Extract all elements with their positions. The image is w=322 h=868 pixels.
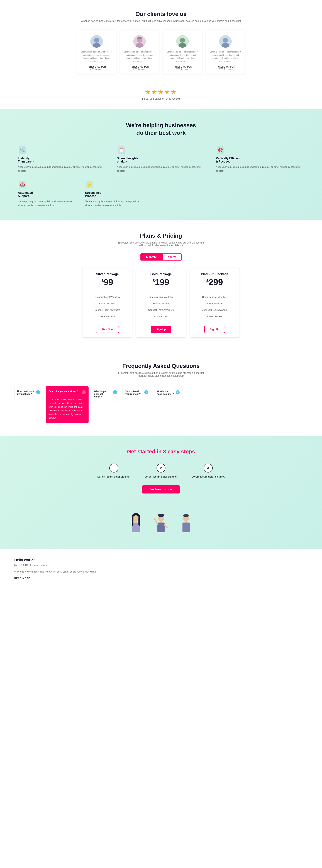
- figure-male-right: [179, 513, 193, 536]
- step-circle-1: 1: [109, 464, 118, 472]
- svg-point-27: [183, 514, 189, 517]
- faq-section: Frequently Asked Questions Excepteur sin…: [0, 350, 322, 436]
- pricing-card-silver: Silver Package $99 Organisational Workfl…: [82, 268, 132, 338]
- platinum-feature-4: Instant Access: [193, 313, 236, 319]
- faq-accordion: How can I track my package? + Can I chan…: [14, 386, 308, 424]
- helping-heading: We're helping businessesdo their best wo…: [18, 122, 304, 136]
- testimonial-role-3: CTO, Bigacme: [167, 68, 199, 70]
- feature-desc-5: Neque porro quisquam esqui dolom ipsum q…: [85, 199, 141, 207]
- svg-rect-17: [135, 522, 137, 523]
- pricing-heading: Plans & Pricing: [14, 232, 308, 239]
- faq-item-1[interactable]: How can I track my package? +: [14, 386, 43, 399]
- getstarted-highlight: 3 easy steps: [163, 448, 195, 455]
- gold-feature-1: Organisational Workflow: [140, 294, 182, 300]
- platinum-feature-3: Connect From Anywhere: [193, 307, 236, 313]
- avatar-4: [219, 35, 232, 48]
- see-how-button[interactable]: See how it works: [142, 485, 180, 494]
- helping-section: We're helping businessesdo their best wo…: [0, 109, 322, 220]
- insights-icon: 📋: [117, 146, 125, 154]
- feature-title-4: AutomatedSupport: [18, 191, 74, 198]
- monthly-toggle-button[interactable]: Monthly: [140, 253, 162, 260]
- feature-desc-1: Neque porro quisquam esqui dolom ipsum q…: [18, 165, 106, 173]
- rating-text: 4.5 out of 5 based on 2450 reviews: [0, 97, 322, 100]
- silver-features: Organisational Workflow Built-in Modules…: [82, 290, 132, 323]
- testimonial-text-3: Lorem ipsum dolor sit amet consect adipi…: [167, 50, 199, 63]
- faq-item-3[interactable]: Why do you only sell mugs? +: [91, 386, 120, 402]
- people-figures: [14, 513, 308, 536]
- blog-date: May 17, 2018: [14, 564, 29, 566]
- svg-point-1: [94, 38, 99, 43]
- svg-rect-19: [139, 517, 140, 526]
- svg-point-21: [157, 514, 165, 517]
- gold-feature-4: Instant Access: [140, 313, 182, 319]
- avatar-1: [90, 35, 103, 48]
- step-label-3: Lorem ipsum dolor sit amet: [192, 475, 225, 478]
- testimonial-text-4: Lorem ipsum dolor sit amet consect adipi…: [210, 50, 241, 63]
- step-2: 2 Lorem ipsum dolor sit amet: [145, 464, 177, 478]
- faq-item-4[interactable]: How often do you re-stock? +: [122, 386, 151, 399]
- testimonials-grid: Lorem ipsum dolor sit amet consect adipi…: [14, 30, 308, 74]
- gold-action: Sign Up: [136, 323, 186, 337]
- gold-cta-button[interactable]: Sign Up: [151, 326, 172, 333]
- faq-question-1: How can I track my package? +: [14, 386, 43, 399]
- testimonial-name-2: TYRESE HARPER: [123, 66, 155, 68]
- feature-title-1: InstantlyTransparent: [18, 157, 106, 163]
- feature-icon-wrap-2: 📋: [117, 146, 126, 155]
- faq-toggle-3: +: [113, 390, 117, 394]
- automated-icon: 🤖: [19, 181, 26, 188]
- avatar-2: [133, 35, 146, 48]
- testimonial-text-1: Lorem ipsum dolor sit amet consect adipi…: [81, 50, 112, 63]
- feature-icon-wrap-1: 🔍: [18, 146, 27, 155]
- step-label-2: Lorem ipsum dolor sit amet: [145, 475, 177, 478]
- testimonial-text-2: Lorem ipsum dolor sit amet consect adipi…: [123, 50, 155, 63]
- faq-item-5[interactable]: Who is the head designer? +: [154, 386, 182, 399]
- gold-feature-2: Built-in Modules: [140, 300, 182, 307]
- platinum-feature-1: Organisational Workflow: [193, 294, 236, 300]
- gold-price: $199: [140, 278, 182, 286]
- blog-excerpt: Welcome to WordPress. This is your first…: [14, 570, 308, 574]
- feature-title-3: Radically Efficient& Focused: [216, 157, 304, 163]
- transparent-icon: 🔍: [19, 146, 26, 154]
- feature-desc-3: Neque porro quisquam esqui dolom ipsum q…: [216, 165, 304, 173]
- silver-feature-2: Built-in Modules: [86, 300, 129, 307]
- testimonial-role-4: CTO, Bigacme: [210, 68, 241, 70]
- svg-rect-18: [132, 517, 134, 526]
- read-more-link[interactable]: READ MORE: [14, 577, 30, 580]
- blog-meta: May 17, 2018 | Uncategorised: [14, 563, 308, 567]
- figure-male-center: [154, 513, 168, 536]
- pricing-grid: Silver Package $99 Organisational Workfl…: [14, 268, 308, 338]
- feature-desc-4: Neque porro quisquam esqui dolom ipsum q…: [18, 199, 74, 207]
- platinum-price: $299: [193, 278, 236, 286]
- testimonial-card-4: Lorem ipsum dolor sit amet consect adipi…: [206, 30, 245, 74]
- blog-section: Hello world! May 17, 2018 | Uncategorise…: [0, 549, 322, 589]
- faq-question-3: Why do you only sell mugs? +: [92, 386, 120, 402]
- svg-rect-29: [182, 523, 190, 532]
- platinum-action: Sign Up: [190, 323, 240, 337]
- silver-feature-1: Organisational Workflow: [86, 294, 129, 300]
- platinum-features: Organisational Workflow Built-in Modules…: [190, 290, 240, 323]
- silver-header: Silver Package $99: [82, 268, 132, 290]
- faq-toggle-1: +: [36, 390, 40, 394]
- testimonial-card-3: Lorem ipsum dolor sit amet consect adipi…: [163, 30, 202, 74]
- yearly-toggle-button[interactable]: Yearly: [162, 253, 182, 260]
- platinum-cta-button[interactable]: Sign Up: [204, 326, 225, 333]
- avatar-3: [176, 35, 189, 48]
- pricing-subtitle: Excepteur sint occaec cupidatat non proi…: [118, 241, 204, 247]
- faq-answer-2: There are many solutions of passem of Lo…: [46, 398, 88, 423]
- faq-question-2: Can I change my address? −: [46, 386, 88, 398]
- faq-item-2[interactable]: Can I change my address? − There are man…: [46, 386, 88, 424]
- step-3: 3 Lorem ipsum dolor sit amet: [192, 464, 225, 478]
- platinum-feature-2: Built-in Modules: [193, 300, 236, 307]
- feature-title-2: Shared Insightson data: [117, 157, 205, 163]
- getstarted-section: Get started in 3 easy steps 1 Lorem ipsu…: [0, 436, 322, 549]
- silver-cta-button[interactable]: Start Now: [96, 326, 119, 333]
- step-label-1: Lorem ipsum dolor sit amet: [98, 475, 131, 478]
- svg-rect-23: [157, 523, 165, 532]
- clients-heading: Our clients love us: [14, 11, 308, 18]
- features-row-1: 🔍 InstantlyTransparent Neque porro quisq…: [18, 146, 304, 173]
- silver-price: $99: [86, 278, 129, 286]
- feature-item-4: 🤖 AutomatedSupport Neque porro quisquam …: [18, 180, 74, 207]
- svg-point-7: [180, 38, 185, 43]
- platinum-header: Platinum Package $299: [190, 268, 240, 290]
- step-circle-3: 3: [204, 464, 213, 472]
